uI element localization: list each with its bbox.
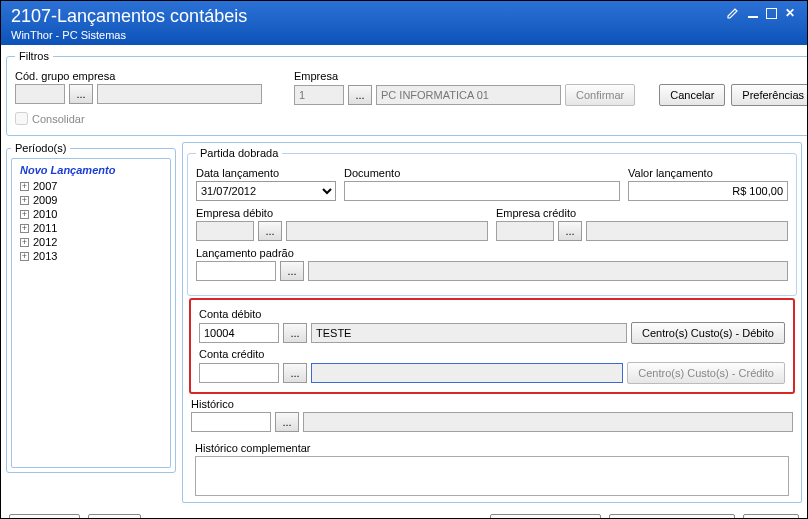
periodo-tree[interactable]: Novo Lançamento +2007 +2009 +2010 +2011 … [11, 158, 171, 468]
cod-grupo-label: Cód. grupo empresa [15, 70, 262, 82]
lanc-padrao-cod[interactable] [196, 261, 276, 281]
expand-icon[interactable]: + [20, 210, 29, 219]
data-lancamento-select[interactable]: 31/07/2012 [196, 181, 336, 201]
expand-icon[interactable]: + [20, 224, 29, 233]
data-lancamento-label: Data lançamento [196, 167, 336, 179]
cc-debito-button[interactable]: Centro(s) Custo(s) - Débito [631, 322, 785, 344]
partida-legend: Partida dobrada [196, 147, 282, 159]
conta-debito-lookup[interactable]: ... [283, 323, 307, 343]
cod-grupo-input[interactable] [15, 84, 65, 104]
valor-input[interactable] [628, 181, 788, 201]
empresa-desc [376, 85, 561, 105]
conta-credito-desc[interactable] [311, 363, 623, 383]
empresa-credito-desc [586, 221, 788, 241]
periodo-year[interactable]: +2013 [16, 249, 166, 263]
conta-credito-cod[interactable] [199, 363, 279, 383]
historico-label: Histórico [191, 398, 234, 410]
documento-input[interactable] [344, 181, 620, 201]
conta-credito-label: Conta crédito [199, 348, 785, 360]
extras-button[interactable]: Extras [88, 514, 141, 519]
filtros-group: Filtros Cód. grupo empresa ... Empresa .… [6, 50, 808, 136]
edit-icon[interactable] [726, 6, 740, 20]
lanc-padrao-desc [308, 261, 788, 281]
periodo-year[interactable]: +2010 [16, 207, 166, 221]
historico-cod[interactable] [191, 412, 271, 432]
empresa-label: Empresa [294, 70, 635, 82]
empresa-lookup-button[interactable]: ... [348, 85, 372, 105]
conta-credito-lookup[interactable]: ... [283, 363, 307, 383]
lanc-padrao-label: Lançamento padrão [196, 247, 788, 259]
empresa-debito-label: Empresa débito [196, 207, 488, 219]
cc-credito-button[interactable]: Centro(s) Custo(s) - Crédito [627, 362, 785, 384]
consolidar-checkbox [15, 112, 28, 125]
expand-icon[interactable]: + [20, 196, 29, 205]
cod-grupo-desc [97, 84, 262, 104]
expand-icon[interactable]: + [20, 182, 29, 191]
periodo-year[interactable]: +2011 [16, 221, 166, 235]
empresa-debito-lookup[interactable]: ... [258, 221, 282, 241]
incluir-lancamento-button[interactable]: Incluir lançamento [490, 514, 601, 519]
novo-lancamento-item[interactable]: Novo Lançamento [16, 163, 166, 179]
window-title: 2107-Lançamentos contábeis [11, 6, 247, 27]
periodos-legend: Período(s) [11, 142, 70, 154]
periodo-year[interactable]: +2012 [16, 235, 166, 249]
conta-debito-cod[interactable] [199, 323, 279, 343]
conta-debito-label: Conta débito [199, 308, 785, 320]
cod-grupo-lookup-button[interactable]: ... [69, 84, 93, 104]
documento-label: Documento [344, 167, 620, 179]
periodo-year[interactable]: +2009 [16, 193, 166, 207]
empresa-credito-cod[interactable] [496, 221, 554, 241]
expand-icon[interactable]: + [20, 238, 29, 247]
minimize-icon[interactable] [746, 6, 760, 20]
conta-debito-desc [311, 323, 627, 343]
maximize-icon[interactable] [766, 8, 777, 19]
pesquisar-button[interactable]: Pesquisar [9, 514, 80, 519]
empresa-credito-label: Empresa crédito [496, 207, 788, 219]
consolidar-label: Consolidar [32, 113, 85, 125]
footer-bar: Pesquisar Extras Incluir lançamento Canc… [1, 508, 807, 519]
close-icon[interactable]: ✕ [783, 6, 797, 20]
window-subtitle: WinThor - PC Sistemas [11, 29, 247, 41]
historico-comp-label: Histórico complementar [195, 442, 311, 454]
empresa-debito-desc [286, 221, 488, 241]
periodo-year[interactable]: +2007 [16, 179, 166, 193]
historico-lookup[interactable]: ... [275, 412, 299, 432]
historico-desc [303, 412, 793, 432]
historico-comp-textarea[interactable] [195, 456, 789, 496]
preferencias-button[interactable]: Preferências [731, 84, 808, 106]
valor-label: Valor lançamento [628, 167, 788, 179]
confirmar-button[interactable]: Confirmar [565, 84, 635, 106]
empresa-cod-input [294, 85, 344, 105]
expand-icon[interactable]: + [20, 252, 29, 261]
empresa-credito-lookup[interactable]: ... [558, 221, 582, 241]
fechar-button[interactable]: Fechar [743, 514, 799, 519]
titlebar: 2107-Lançamentos contábeis WinThor - PC … [1, 1, 807, 45]
cancelar-button[interactable]: Cancelar [659, 84, 725, 106]
filtros-legend: Filtros [15, 50, 53, 62]
empresa-debito-cod[interactable] [196, 221, 254, 241]
lanc-padrao-lookup[interactable]: ... [280, 261, 304, 281]
cancelar-lancamento-button[interactable]: Cancelar lançamento [609, 514, 735, 519]
